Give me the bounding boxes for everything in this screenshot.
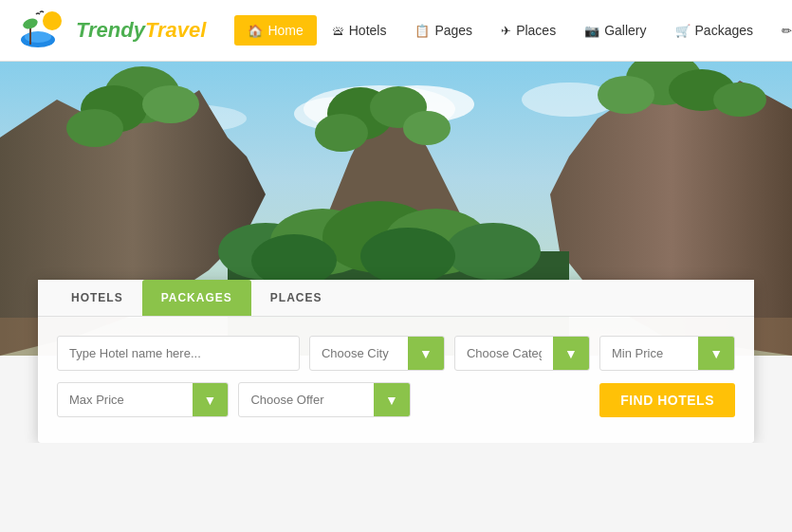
min-price-input[interactable]	[600, 337, 698, 370]
tab-packages[interactable]: PACKAGES	[142, 280, 251, 316]
places-icon: ✈	[501, 24, 511, 38]
home-icon: 🏠	[248, 24, 263, 38]
nav-item-gallery[interactable]: 📷 Gallery	[571, 15, 659, 46]
search-fields: ▼ ▼ ▼	[38, 317, 754, 443]
fields-row-1: ▼ ▼ ▼	[57, 336, 735, 371]
nav-item-packages[interactable]: 🛒 Packages	[662, 15, 766, 46]
min-price-field: ▼	[599, 336, 735, 371]
choose-city-field: ▼	[309, 336, 445, 371]
tab-hotels[interactable]: HOTELS	[52, 280, 142, 316]
nav-item-blog[interactable]: ✏ Blog	[768, 15, 792, 46]
hotel-name-field	[57, 336, 300, 371]
choose-offer-input[interactable]	[239, 383, 374, 416]
svg-point-20	[713, 83, 766, 117]
svg-point-15	[66, 109, 123, 147]
svg-point-33	[360, 228, 455, 284]
choose-offer-dropdown[interactable]: ▼	[374, 383, 410, 416]
dropdown-arrow-icon-2: ▼	[564, 346, 578, 361]
choose-category-field: ▼	[454, 336, 590, 371]
navbar: TrendyTravel 🏠 Home 🛎 Hotels 📋 Pages ✈ P…	[0, 0, 792, 62]
nav-item-hotels[interactable]: 🛎 Hotels	[319, 15, 400, 46]
gallery-icon: 📷	[584, 24, 599, 38]
max-price-dropdown[interactable]: ▼	[193, 383, 229, 416]
logo-icon	[19, 7, 71, 54]
svg-point-25	[315, 114, 368, 152]
dropdown-arrow-icon: ▼	[419, 346, 433, 361]
fields-row-2: ▼ ▼ FIND HOTELS	[57, 382, 735, 417]
pages-icon: 📋	[414, 24, 430, 38]
svg-point-14	[142, 85, 199, 123]
choose-offer-field: ▼	[238, 382, 410, 417]
dropdown-arrow-icon-5: ▼	[385, 393, 398, 408]
choose-city-input[interactable]	[310, 337, 408, 370]
svg-point-0	[43, 11, 62, 30]
hotel-icon: 🛎	[332, 24, 344, 38]
min-price-dropdown[interactable]: ▼	[698, 337, 734, 370]
blog-icon: ✏	[782, 24, 792, 38]
tabs-row: HOTELS PACKAGES PLACES	[38, 280, 754, 317]
tab-places[interactable]: PLACES	[251, 280, 341, 316]
search-panel-wrapper: HOTELS PACKAGES PLACES ▼	[0, 280, 792, 443]
logo: TrendyTravel	[19, 7, 206, 54]
choose-category-dropdown[interactable]: ▼	[553, 337, 589, 370]
svg-point-19	[598, 76, 654, 114]
logo-text: TrendyTravel	[76, 18, 206, 42]
choose-city-dropdown[interactable]: ▼	[408, 337, 444, 370]
dropdown-arrow-icon-4: ▼	[204, 393, 217, 408]
choose-category-input[interactable]	[455, 337, 553, 370]
svg-point-24	[403, 111, 451, 145]
nav-menu: 🏠 Home 🛎 Hotels 📋 Pages ✈ Places 📷 Galle…	[234, 15, 792, 46]
packages-icon: 🛒	[675, 24, 691, 38]
max-price-input[interactable]	[58, 383, 193, 416]
search-panel: HOTELS PACKAGES PLACES ▼	[38, 280, 754, 443]
svg-point-31	[446, 223, 541, 280]
dropdown-arrow-icon-3: ▼	[709, 346, 723, 361]
max-price-field: ▼	[57, 382, 229, 417]
hotel-name-input[interactable]	[58, 337, 299, 370]
nav-item-pages[interactable]: 📋 Pages	[401, 15, 486, 46]
nav-item-places[interactable]: ✈ Places	[488, 15, 569, 46]
svg-point-2	[25, 31, 51, 43]
nav-item-home[interactable]: 🏠 Home	[234, 15, 316, 46]
find-hotels-button[interactable]: FIND HOTELS	[599, 383, 735, 417]
